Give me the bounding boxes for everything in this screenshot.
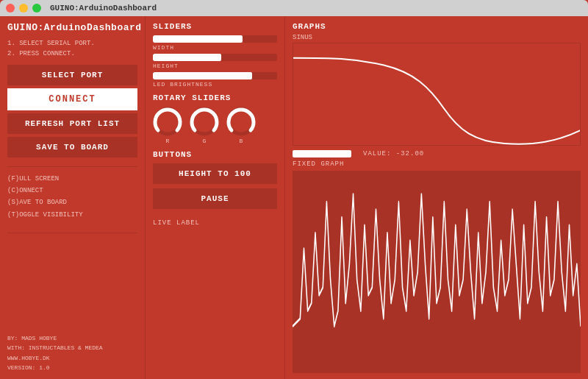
instructions: 1. SELECT SERIAL PORT. 2. PRESS CONNECT. <box>7 39 137 59</box>
live-label-area: LIVE LABEL <box>153 219 277 227</box>
pause-button[interactable]: PAUSE <box>153 188 277 209</box>
rotary-row: R G <box>153 107 277 144</box>
slider-brightness: LED BRIGHTNESS <box>153 72 277 88</box>
slider-height-label: HEIGHT <box>153 63 277 69</box>
slider-width-fill <box>153 35 243 43</box>
rotary-r-knob[interactable] <box>153 107 182 136</box>
divider2 <box>7 233 137 233</box>
refresh-port-button[interactable]: REFRESH PORT LIST <box>7 113 137 134</box>
instruction-2: 2. PRESS CONNECT. <box>7 49 137 60</box>
rotary-g-label: G <box>203 138 207 144</box>
slider-height-fill <box>153 54 221 61</box>
titlebar: GUINO:ArduinoDashboard <box>0 0 588 16</box>
rotary-g-knob[interactable] <box>190 107 219 136</box>
shortcut-connect: (C)ONNECT <box>7 185 137 196</box>
rotary-b: B <box>226 107 256 144</box>
buttons-title: BUTTONS <box>153 150 277 159</box>
instruction-1: 1. SELECT SERIAL PORT. <box>7 39 137 49</box>
slider-width: WIDTH <box>153 35 277 51</box>
app-title: GUINO:ArduinoDashboard <box>7 22 137 33</box>
divider <box>7 166 137 167</box>
select-port-button[interactable]: SELECT PORT <box>7 65 137 85</box>
connect-button[interactable]: CONNECT <box>7 88 137 110</box>
slider-brightness-fill <box>153 72 252 79</box>
slider-brightness-track[interactable] <box>153 72 277 79</box>
credits: BY: MADS HOBYE WITH: INSTRUCTABLES & MED… <box>7 333 137 373</box>
rotary-r: R <box>153 107 182 144</box>
slider-width-label: WIDTH <box>153 44 277 51</box>
slider-brightness-label: LED BRIGHTNESS <box>153 81 277 88</box>
slider-height: HEIGHT <box>153 54 277 69</box>
save-to-board-button[interactable]: SAVE TO BOARD <box>7 137 137 157</box>
live-label-text: LIVE LABEL <box>153 219 277 227</box>
window-title: GUINO:ArduinoDashboard <box>50 4 157 13</box>
sinus-graph <box>293 43 581 146</box>
main-content: GUINO:ArduinoDashboard 1. SELECT SERIAL … <box>0 16 588 379</box>
credit-author: BY: MADS HOBYE <box>7 333 137 344</box>
rotary-title: ROTARY SLIDERS <box>153 93 277 102</box>
value-row: VALUE: -32.00 <box>293 150 581 157</box>
left-panel: GUINO:ArduinoDashboard 1. SELECT SERIAL … <box>0 16 146 379</box>
maximize-button[interactable] <box>32 4 41 13</box>
fixed-graph <box>293 171 581 373</box>
credit-with: WITH: INSTRUCTABLES & MEDEA <box>7 343 137 353</box>
rotary-g: G <box>190 107 219 144</box>
value-bar <box>293 150 351 157</box>
close-button[interactable] <box>6 4 15 13</box>
slider-height-track[interactable] <box>153 54 277 61</box>
fixed-graph-label: FIXED GRAPH <box>293 160 581 168</box>
slider-width-track[interactable] <box>153 35 277 43</box>
value-text: VALUE: -32.00 <box>363 150 424 157</box>
rotary-r-label: R <box>166 138 170 144</box>
rotary-b-label: B <box>240 138 243 144</box>
credit-version: VERSION: 1.0 <box>7 363 137 373</box>
credit-url: WWW.HOBYE.DK <box>7 353 137 364</box>
shortcut-toggle: (T)OGGLE VISIBILITY <box>7 209 137 221</box>
right-panel: GRAPHS SINUS VALUE: -32.00 FIXED GRAPH <box>285 16 588 379</box>
shortcut-fullscreen: (F)ULL SCREEN <box>7 173 137 185</box>
height-to-100-button[interactable]: HEIGHT TO 100 <box>153 163 277 184</box>
graphs-title: GRAPHS <box>293 22 581 31</box>
rotary-section: ROTARY SLIDERS R <box>153 93 277 144</box>
sliders-title: SLIDERS <box>153 22 277 31</box>
app-window: GUINO:ArduinoDashboard GUINO:ArduinoDash… <box>0 0 588 379</box>
buttons-section: BUTTONS HEIGHT TO 100 PAUSE <box>153 150 277 213</box>
shortcut-list: (F)ULL SCREEN (C)ONNECT (S)AVE TO BOARD … <box>7 173 137 221</box>
rotary-b-knob[interactable] <box>226 107 256 136</box>
sinus-label: SINUS <box>293 34 581 41</box>
mid-panel: SLIDERS WIDTH HEIGHT LED BRIGHTNESS <box>146 16 285 379</box>
minimize-button[interactable] <box>19 4 28 13</box>
shortcut-save: (S)AVE TO BOARD <box>7 196 137 208</box>
